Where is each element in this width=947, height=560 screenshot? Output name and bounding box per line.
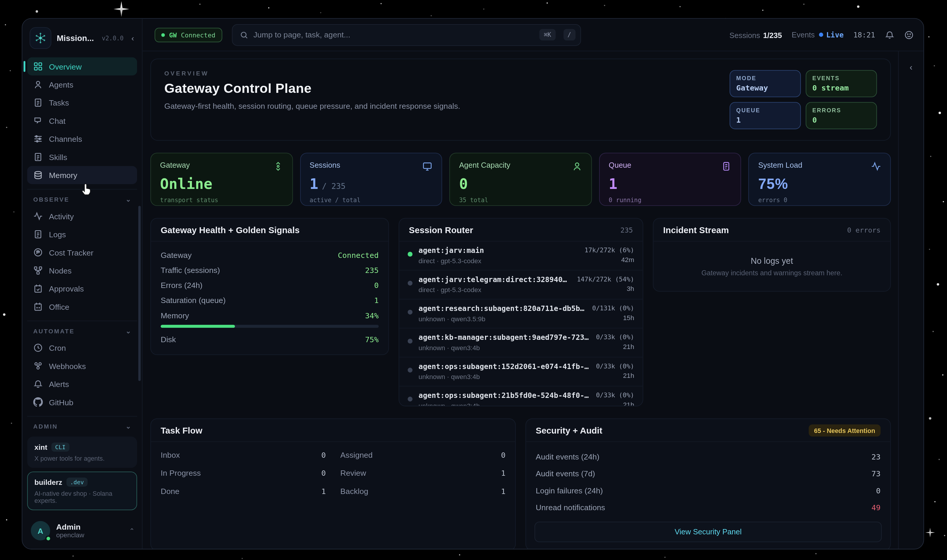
session-row[interactable]: agent:kb-manager:subagent:9aed797e-723f-… bbox=[399, 328, 643, 357]
panel-title: Task Flow bbox=[161, 425, 202, 435]
sidebar-item-memory[interactable]: Memory bbox=[27, 166, 137, 184]
sidebar-item-label: Logs bbox=[49, 229, 66, 239]
sidebar-item-label: Agents bbox=[49, 80, 74, 89]
sidebar-section-automate[interactable]: AUTOMATE ⌄ bbox=[27, 321, 137, 338]
idle-dot bbox=[408, 310, 413, 314]
stat-card-sessions[interactable]: Sessions 1/ 235 active / total bbox=[300, 153, 442, 206]
stat-card-gateway[interactable]: Gateway Online transport status bbox=[150, 153, 293, 206]
main-area: GW Connected Jump to page, task, agent..… bbox=[142, 19, 924, 549]
topbar-status: Sessions1/235 EventsLive 18:21 bbox=[730, 29, 914, 40]
events-badge: EVENTS 0 stream bbox=[806, 70, 877, 97]
sidebar-item-office[interactable]: Office bbox=[27, 298, 137, 316]
star-sparkle bbox=[925, 528, 935, 537]
database-icon bbox=[33, 170, 43, 180]
stat-card-queue[interactable]: Queue 1 0 running bbox=[599, 153, 742, 206]
session-router-panel: Session Router 235 agent:jarv:maindirect… bbox=[399, 218, 643, 406]
session-row[interactable]: agent:ops:subagent:21b5fd0e-524b-48f0-99… bbox=[399, 386, 643, 406]
search-placeholder: Jump to page, task, agent... bbox=[253, 30, 531, 39]
promo-name: xint bbox=[34, 443, 48, 452]
user-menu[interactable]: A Admin openclaw ⌃ bbox=[22, 514, 142, 549]
promo-badge: .dev bbox=[66, 477, 87, 487]
events-live-status: Live bbox=[826, 30, 844, 39]
sidebar-item-logs[interactable]: Logs bbox=[27, 225, 137, 243]
grid-icon bbox=[33, 62, 43, 71]
sidebar-item-activity[interactable]: Activity bbox=[27, 207, 137, 225]
network-logo-icon bbox=[34, 32, 47, 45]
stat-card-agent-capacity[interactable]: Agent Capacity 0 35 total bbox=[449, 153, 592, 206]
promo-desc: AI-native dev shop · Solana experts. bbox=[34, 489, 130, 504]
sidebar-section-observe[interactable]: OBSERVE ⌄ bbox=[27, 189, 137, 207]
topbar: GW Connected Jump to page, task, agent..… bbox=[142, 19, 924, 52]
user-icon bbox=[33, 80, 43, 89]
promo-card-builderz[interactable]: builderz .dev AI-native dev shop · Solan… bbox=[27, 472, 137, 510]
nodes-icon bbox=[33, 266, 43, 275]
security-row: Login failures (24h)0 bbox=[536, 482, 881, 499]
stat-card-system-load[interactable]: System Load 75% errors 0 bbox=[748, 153, 891, 206]
sidebar-section-admin[interactable]: ADMIN ⌄ bbox=[27, 416, 137, 434]
security-row: Unread notifications49 bbox=[536, 499, 881, 515]
sidebar: Mission... v2.0.0 ‹ Overview Agents Task… bbox=[22, 19, 143, 549]
sidebar-item-webhooks[interactable]: Webhooks bbox=[27, 357, 137, 375]
security-row: Audit events (24h)23 bbox=[536, 448, 881, 465]
app-logo[interactable] bbox=[29, 27, 51, 49]
file-text-icon bbox=[33, 229, 43, 239]
collapse-sidebar-button[interactable]: ‹ bbox=[129, 32, 137, 44]
queue-badge: QUEUE 1 bbox=[730, 102, 801, 129]
memory-progress-fill bbox=[161, 325, 235, 328]
monitor-icon bbox=[422, 161, 433, 172]
promo-card-xint[interactable]: xint CLI X power tools for agents. bbox=[27, 437, 137, 468]
route-icon bbox=[273, 161, 283, 172]
live-dot bbox=[819, 33, 823, 37]
sidebar-item-tasks[interactable]: Tasks bbox=[27, 94, 137, 112]
activity-icon bbox=[33, 211, 43, 221]
session-list[interactable]: agent:jarv:maindirect · gpt-5.3-codex 17… bbox=[399, 242, 643, 406]
session-row[interactable]: agent:jarv:maindirect · gpt-5.3-codex 17… bbox=[399, 242, 643, 270]
idle-dot bbox=[408, 397, 413, 402]
app-version: v2.0.0 bbox=[102, 35, 123, 42]
activity-icon bbox=[871, 161, 881, 172]
file-text-icon bbox=[33, 98, 43, 108]
search-icon bbox=[239, 30, 248, 39]
sidebar-item-cost-tracker[interactable]: Cost Tracker bbox=[27, 243, 137, 262]
session-row[interactable]: agent:ops:subagent:152d2061-e074-41fb-8e… bbox=[399, 357, 643, 386]
gateway-connection-badge[interactable]: GW Connected bbox=[154, 28, 222, 42]
sidebar-item-label: Cost Tracker bbox=[49, 248, 94, 257]
sessions-count: 1/235 bbox=[763, 31, 782, 40]
sidebar-item-skills[interactable]: Skills bbox=[27, 148, 137, 166]
currency-icon bbox=[33, 248, 43, 257]
sidebar-scrollbar[interactable] bbox=[138, 206, 141, 381]
notifications-bell-button[interactable] bbox=[885, 30, 895, 40]
session-row[interactable]: agent:research:subagent:820a711e-db5b-4e… bbox=[399, 300, 643, 328]
sidebar-item-cron[interactable]: Cron bbox=[27, 338, 137, 357]
sidebar-item-label: Cron bbox=[49, 343, 66, 352]
session-row[interactable]: agent:jarv:telegram:direct:328940762dire… bbox=[399, 271, 643, 300]
sidebar-item-channels[interactable]: Channels bbox=[27, 130, 137, 148]
empty-state-title: No logs yet bbox=[751, 256, 793, 266]
online-dot bbox=[408, 252, 413, 257]
smiley-icon bbox=[904, 30, 914, 40]
empty-state-description: Gateway incidents and warnings stream he… bbox=[701, 269, 842, 277]
sidebar-item-agents[interactable]: Agents bbox=[27, 75, 137, 94]
sidebar-item-approvals[interactable]: Approvals bbox=[27, 279, 137, 297]
sidebar-item-nodes[interactable]: Nodes bbox=[27, 262, 137, 279]
view-security-panel-button[interactable]: View Security Panel bbox=[534, 522, 882, 542]
sidebar-header: Mission... v2.0.0 ‹ bbox=[22, 19, 142, 55]
bell-icon bbox=[33, 379, 43, 389]
feedback-smiley-button[interactable] bbox=[904, 30, 914, 40]
sliders-icon bbox=[33, 134, 43, 144]
panel-title: Incident Stream bbox=[663, 225, 729, 235]
sidebar-item-label: Approvals bbox=[49, 284, 84, 293]
idle-dot bbox=[408, 338, 413, 343]
sidebar-item-label: Activity bbox=[49, 212, 74, 221]
sidebar-item-alerts[interactable]: Alerts bbox=[27, 375, 137, 393]
sidebar-item-overview[interactable]: Overview bbox=[27, 57, 137, 75]
sidebar-item-github[interactable]: GitHub bbox=[27, 393, 137, 411]
collapse-right-panel-button[interactable]: ‹ bbox=[910, 62, 913, 549]
needs-attention-badge: 65 - Needs Attention bbox=[809, 424, 881, 436]
page-subtitle: Gateway-first health, session routing, q… bbox=[164, 102, 460, 111]
idle-dot bbox=[408, 281, 413, 286]
search-input[interactable]: Jump to page, task, agent... ⌘K / bbox=[232, 24, 581, 46]
shortcut-keycap: / bbox=[563, 29, 575, 40]
sidebar-item-security[interactable]: Security bbox=[27, 434, 137, 437]
sidebar-item-chat[interactable]: Chat bbox=[27, 112, 137, 130]
